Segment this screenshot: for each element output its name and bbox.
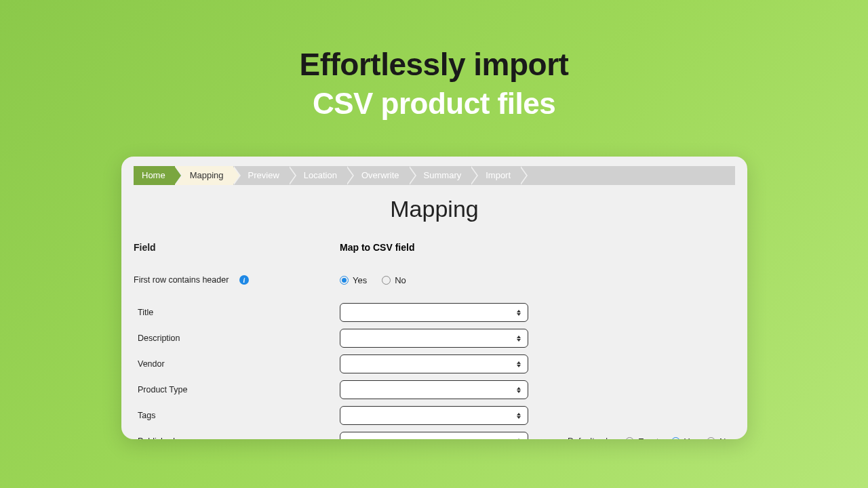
app-panel: Home Mapping Preview Location Overwrite … — [121, 157, 747, 439]
select-chevron-icon — [513, 306, 525, 319]
field-label-vendor: Vendor — [134, 359, 340, 369]
field-label-tags: Tags — [134, 411, 340, 420]
field-label-title: Title — [134, 308, 340, 317]
select-chevron-icon — [513, 357, 525, 371]
info-icon[interactable]: i — [239, 275, 249, 285]
select-chevron-icon — [513, 383, 525, 396]
select-tags[interactable] — [340, 406, 528, 425]
wizard-step-overwrite[interactable]: Overwrite — [347, 166, 409, 185]
wizard-step-summary[interactable]: Summary — [409, 166, 471, 185]
hero-line-1: Effortlessly import — [0, 46, 868, 83]
wizard-breadcrumb: Home Mapping Preview Location Overwrite … — [134, 166, 735, 185]
first-row-no-radio[interactable]: No — [382, 275, 406, 285]
select-title[interactable] — [340, 303, 528, 322]
field-label-description: Description — [134, 333, 340, 343]
wizard-step-preview[interactable]: Preview — [233, 166, 289, 185]
default-value-label: Default value — [568, 436, 617, 439]
first-row-header-label: First row contains header i — [134, 275, 340, 285]
select-chevron-icon — [513, 434, 525, 439]
default-empty-radio[interactable]: Empty — [625, 436, 663, 440]
default-yes-radio[interactable]: Yes — [671, 436, 698, 440]
select-description[interactable] — [340, 329, 528, 348]
wizard-step-home[interactable]: Home — [134, 166, 175, 185]
select-published[interactable] — [340, 432, 528, 439]
column-header-map: Map to CSV field — [340, 242, 543, 253]
select-product-type[interactable] — [340, 380, 528, 399]
default-no-radio[interactable]: No — [707, 436, 731, 440]
wizard-step-location[interactable]: Location — [289, 166, 347, 185]
select-vendor[interactable] — [340, 354, 528, 373]
first-row-yes-radio[interactable]: Yes — [340, 275, 367, 285]
column-header-field: Field — [134, 242, 340, 253]
hero-line-2: CSV product files — [0, 87, 868, 121]
select-chevron-icon — [513, 331, 525, 345]
field-label-product-type: Product Type — [134, 385, 340, 394]
page-title: Mapping — [121, 196, 747, 222]
wizard-step-mapping[interactable]: Mapping — [175, 166, 233, 185]
select-chevron-icon — [513, 409, 525, 422]
field-label-published: Published — [134, 436, 340, 439]
